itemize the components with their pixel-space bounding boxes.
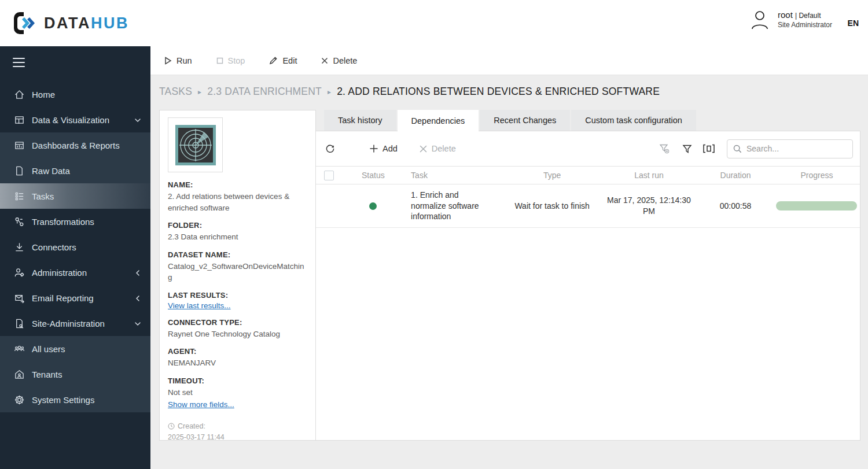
column-header-duration[interactable]: Duration xyxy=(697,167,774,184)
close-icon xyxy=(420,145,427,153)
field-value-connector-type: Raynet One Technology Catalog xyxy=(168,328,307,340)
user-name: root | Default xyxy=(778,10,832,21)
sidebar-item-raw-data[interactable]: Raw Data xyxy=(0,158,150,183)
clock-icon xyxy=(168,423,175,430)
view-last-results-link[interactable]: View last results... xyxy=(168,301,231,310)
email-reporting-icon xyxy=(14,293,25,304)
site-administration-icon xyxy=(14,318,25,329)
column-chooser-icon xyxy=(703,144,715,153)
clear-filter-icon xyxy=(659,143,671,154)
column-header-progress[interactable]: Progress xyxy=(774,167,860,184)
play-icon xyxy=(164,57,172,65)
chevron-down-icon xyxy=(134,116,141,123)
refresh-button[interactable] xyxy=(325,144,335,154)
tab-custom-task-configuration[interactable]: Custom task configuration xyxy=(571,110,696,131)
table-header-row: Status Task Type Last run Duration Progr… xyxy=(316,167,860,184)
chevron-left-icon xyxy=(134,294,141,301)
breadcrumb-tasks[interactable]: TASKS xyxy=(159,86,192,98)
task-action-toolbar: Run Stop Edit Delete xyxy=(150,46,868,75)
row-duration-cell: 00:00:58 xyxy=(697,184,774,228)
row-select-cell xyxy=(316,184,343,228)
column-header-last-run[interactable]: Last run xyxy=(601,167,697,184)
user-role: Site Administrator xyxy=(778,21,832,29)
stop-icon xyxy=(216,57,223,64)
sidebar-item-site-administration[interactable]: Site-Administration xyxy=(0,311,150,336)
grid-toolbar: Add Delete xyxy=(316,131,860,166)
edit-button[interactable]: Edit xyxy=(269,56,297,65)
user-avatar-icon xyxy=(750,9,770,30)
datahub-logo[interactable]: DATAHUB xyxy=(12,10,129,36)
user-menu[interactable]: root | Default Site Administrator xyxy=(750,9,832,30)
task-details-panel: NAME: 2. Add relations between devices &… xyxy=(159,110,316,441)
field-value-timeout: Not set xyxy=(168,387,307,398)
field-label-folder: FOLDER: xyxy=(168,221,307,230)
progress-bar xyxy=(776,201,857,211)
sidebar-group-site-admin: All users Tenants System Settings xyxy=(0,336,150,412)
language-selector[interactable]: EN xyxy=(848,19,859,28)
field-label-last-results: LAST RESULTS: xyxy=(168,291,307,300)
column-header-task[interactable]: Task xyxy=(404,167,503,184)
all-users-icon xyxy=(14,344,25,354)
tab-dependencies[interactable]: Dependencies xyxy=(398,110,479,131)
data-visualization-icon xyxy=(14,115,25,125)
stop-button[interactable]: Stop xyxy=(216,56,245,65)
show-more-fields-link[interactable]: Show more fields... xyxy=(168,400,234,409)
tab-task-history[interactable]: Task history xyxy=(324,110,396,131)
field-label-agent: AGENT: xyxy=(168,347,307,356)
row-progress-cell xyxy=(774,184,860,228)
filter-button[interactable] xyxy=(677,140,697,157)
sidebar-item-transformations[interactable]: Transformations xyxy=(0,209,150,234)
sidebar-item-tasks[interactable]: Tasks xyxy=(0,183,150,209)
chevron-down-icon xyxy=(134,319,141,326)
sidebar: Home Data & Visualization Dashboards & R… xyxy=(0,46,150,469)
search-box[interactable] xyxy=(727,139,853,158)
logo-wordmark: DATAHUB xyxy=(44,14,129,32)
close-icon xyxy=(321,57,328,64)
tab-recent-changes[interactable]: Recent Changes xyxy=(480,110,570,131)
filter-icon xyxy=(682,144,692,154)
edit-pencil-icon xyxy=(269,56,278,65)
field-label-dataset: DATASET NAME: xyxy=(168,250,307,259)
field-label-connector-type: CONNECTOR TYPE: xyxy=(168,318,307,327)
tenants-icon xyxy=(14,369,25,380)
row-task-cell: 1. Enrich and normalize software informa… xyxy=(404,184,503,228)
field-value-folder: 2.3 Data enrichment xyxy=(168,231,307,243)
search-input[interactable] xyxy=(746,144,845,153)
transformations-icon xyxy=(14,216,25,227)
sidebar-item-administration[interactable]: Administration xyxy=(0,260,150,285)
raw-data-icon xyxy=(14,165,25,176)
hamburger-menu-icon[interactable] xyxy=(0,46,150,82)
sidebar-item-system-settings[interactable]: System Settings xyxy=(0,387,150,412)
breadcrumb-folder[interactable]: 2.3 DATA ENRICHMENT xyxy=(207,86,322,98)
row-last-run-cell: Mar 17, 2025, 12:14:30 PM xyxy=(601,184,697,228)
sidebar-item-all-users[interactable]: All users xyxy=(0,336,150,361)
system-settings-icon xyxy=(14,394,25,405)
created-info: Created: 2025-03-17 11:44 root xyxy=(168,421,307,441)
sidebar-item-home[interactable]: Home xyxy=(0,82,150,107)
column-header-type[interactable]: Type xyxy=(503,167,600,184)
sidebar-group-data: Dashboards & Reports Raw Data xyxy=(0,132,150,183)
column-header-status[interactable]: Status xyxy=(343,167,404,184)
delete-row-button[interactable]: Delete xyxy=(420,144,456,153)
sidebar-item-email-reporting[interactable]: Email Reporting xyxy=(0,285,150,311)
detail-tabs: Task history Dependencies Recent Changes… xyxy=(324,110,697,131)
sidebar-item-data-visualization[interactable]: Data & Visualization xyxy=(0,107,150,132)
run-button[interactable]: Run xyxy=(164,56,192,65)
sidebar-item-dashboards-reports[interactable]: Dashboards & Reports xyxy=(0,132,150,158)
table-row[interactable]: 1. Enrich and normalize software informa… xyxy=(316,184,860,228)
field-value-name: 2. Add relations between devices & enric… xyxy=(168,191,307,213)
clear-filter-button[interactable] xyxy=(655,140,675,157)
connectors-icon xyxy=(14,242,25,253)
select-all-checkbox[interactable] xyxy=(324,171,334,180)
chevron-left-icon xyxy=(134,268,141,275)
sidebar-item-connectors[interactable]: Connectors xyxy=(0,234,150,260)
delete-button[interactable]: Delete xyxy=(321,56,357,65)
column-chooser-button[interactable] xyxy=(699,140,719,157)
field-value-agent: NEMANJARV xyxy=(168,357,307,369)
select-all-header xyxy=(316,167,343,184)
task-icon-card xyxy=(168,117,223,172)
created-date: 2025-03-17 11:44 xyxy=(168,432,307,441)
sidebar-item-tenants[interactable]: Tenants xyxy=(0,361,150,387)
datahub-logo-icon xyxy=(12,10,38,36)
add-button[interactable]: Add xyxy=(370,144,398,153)
